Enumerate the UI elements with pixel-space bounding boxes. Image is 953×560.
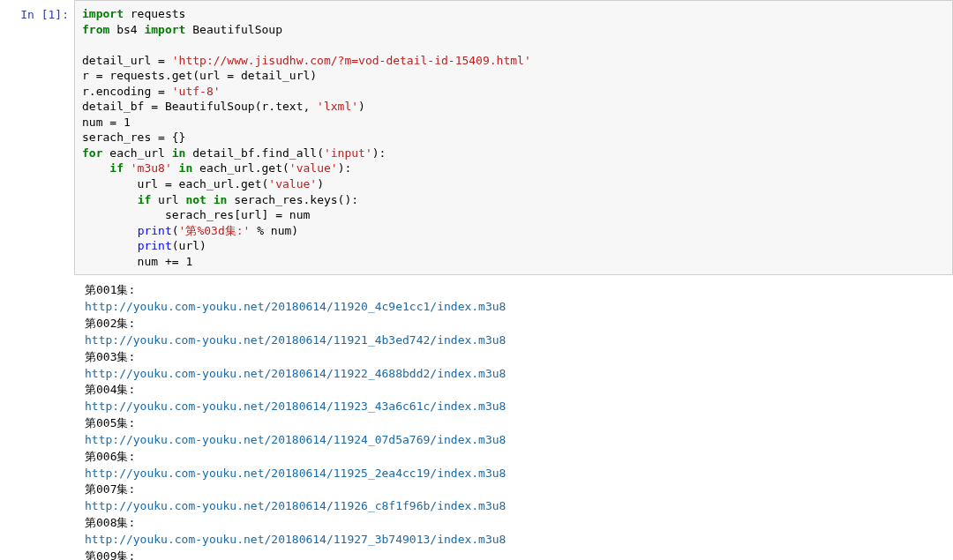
output-url: http://youku.com-youku.net/20180614/1192… [85,532,953,549]
code-token: 'http://www.jisudhw.com/?m=vod-detail-id… [172,54,531,67]
output-url: http://youku.com-youku.net/20180614/1192… [85,466,953,482]
code-token: requests [124,7,185,20]
output-episode-label: 第005集: [85,415,953,432]
output-episode-label: 第007集: [85,482,953,498]
code-token: (url) [172,239,206,252]
code-token: r = requests.get(url = detail_url) [82,69,317,82]
code-token: if [138,193,152,206]
code-token: print [138,224,172,237]
code-token: detail_bf.find_all( [185,146,324,160]
code-token: in [172,146,186,160]
code-token [82,193,138,206]
code-token: r.encoding = [82,85,172,98]
code-token [172,161,179,175]
output-url: http://youku.com-youku.net/20180614/1192… [85,332,953,349]
code-token: 'value' [268,177,317,190]
code-token: 'lxml' [317,100,358,113]
code-token: ( [172,224,179,237]
code-token: '第%03d集:' [179,224,251,237]
code-token: import [82,7,124,20]
code-token: serach_res[url] = num [82,208,310,221]
code-token: print [138,239,172,252]
code-token [82,224,138,237]
code-token [124,161,131,175]
output-episode-label: 第002集: [85,316,953,332]
code-token: 'input' [324,146,372,160]
output-episode-label: 第008集: [85,515,953,532]
code-token: each_url.get( [192,161,289,175]
output-url: http://youku.com-youku.net/20180614/1192… [85,498,953,515]
code-token: BeautifulSoup [185,23,282,36]
output-episode-label: 第006集: [85,449,953,466]
code-token: 'utf-8' [172,85,221,98]
code-token: ) [358,100,365,113]
output-url: http://youku.com-youku.net/20180614/1192… [85,432,953,449]
output-episode-label: 第001集: [85,282,953,299]
code-token: url = each_url.get( [82,177,268,190]
output-url: http://youku.com-youku.net/20180614/1192… [85,399,953,415]
code-token: num += 1 [82,255,192,268]
output-episode-label: 第004集: [85,382,953,399]
code-token [206,193,214,206]
code-token: not [185,193,206,206]
output-url: http://youku.com-youku.net/20180614/1192… [85,299,953,316]
code-token: serach_res.keys(): [227,193,358,206]
output-episode-label: 第003集: [85,349,953,366]
code-token: in [179,161,193,175]
code-token: ): [338,161,352,175]
output-area: 第001集:http://youku.com-youku.net/2018061… [0,282,953,560]
code-token: each_url [102,146,171,160]
code-token: 'value' [289,161,338,175]
code-token: in [214,193,228,206]
code-token [82,239,138,252]
code-token: from [82,23,109,36]
code-token: ): [372,146,386,160]
code-token [82,161,109,175]
code-token: detail_bf = BeautifulSoup(r.text, [82,100,317,113]
output-url: http://youku.com-youku.net/20180614/1192… [85,366,953,383]
prompt-label: In [1]: [0,0,74,275]
code-token: detail_url = [82,54,172,67]
code-token: % num) [250,224,298,237]
code-token: url [151,193,185,206]
code-cell: In [1]: import requests from bs4 import … [0,0,953,275]
code-token: num = 1 [82,116,131,129]
code-token: 'm3u8' [131,161,172,175]
code-token: for [82,146,102,160]
code-token: serach_res = {} [82,131,185,144]
output-episode-label: 第009集: [85,549,953,560]
code-token: import [144,23,185,36]
code-token: bs4 [109,23,144,36]
code-token: ) [317,177,324,190]
code-token: if [109,161,124,175]
code-editor[interactable]: import requests from bs4 import Beautifu… [74,0,953,275]
